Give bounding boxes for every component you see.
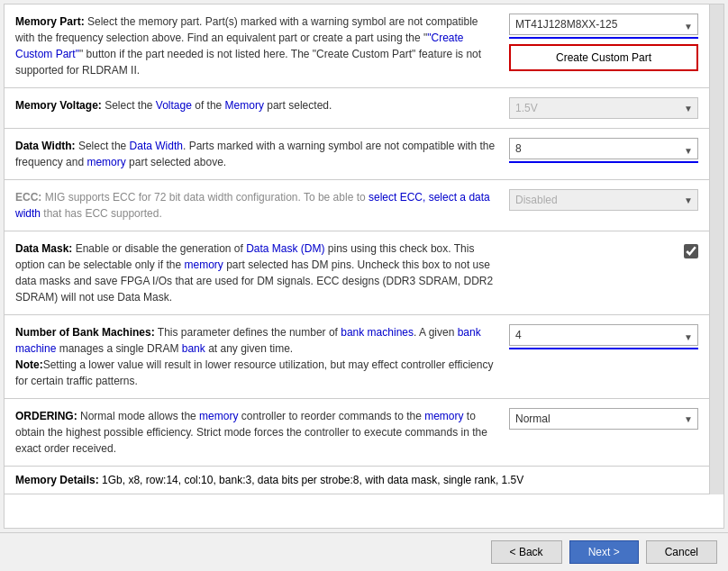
data-width-control: 8 ▼ [509, 138, 698, 163]
ecc-description: MIG supports ECC for 72 bit data width c… [15, 191, 490, 220]
next-button[interactable]: Next > [569, 540, 639, 564]
ordering-dropdown-wrapper: Normal Strict ▼ [509, 408, 698, 430]
bank-machines-control: 4 ▼ [509, 324, 698, 349]
memory-part-dropdown-wrapper: MT41J128M8XX-125 ▼ [509, 14, 698, 39]
bank-machines-dropdown-wrapper: 4 ▼ [509, 324, 698, 349]
data-mask-checkbox[interactable] [684, 244, 698, 258]
data-width-section: Data Width: Select the Data Width. Parts… [5, 129, 709, 180]
data-mask-description: Enable or disable the generation of Data… [15, 242, 493, 304]
memory-part-control: MT41J128M8XX-125 ▼ Create Custom Part [509, 14, 698, 71]
scroll-area: Memory Part: Select the memory part. Par… [5, 5, 709, 494]
ordering-text: ORDERING: Normal mode allows the memory … [15, 408, 498, 457]
data-mask-text: Data Mask: Enable or disable the generat… [15, 240, 498, 305]
data-width-text: Data Width: Select the Data Width. Parts… [15, 138, 498, 170]
create-custom-part-button[interactable]: Create Custom Part [509, 44, 698, 71]
ecc-text: ECC: MIG supports ECC for 72 bit data wi… [15, 189, 498, 222]
data-width-label: Data Width: [15, 140, 76, 152]
data-width-description: Select the Data Width. Parts marked with… [15, 140, 495, 168]
memory-details-bar: Memory Details: 1Gb, x8, row:14, col:10,… [5, 467, 709, 494]
memory-part-description: Select the memory part. Part(s) marked w… [15, 15, 481, 77]
ordering-section: ORDERING: Normal mode allows the memory … [5, 399, 709, 467]
memory-voltage-dropdown: 1.5V [509, 97, 698, 119]
ecc-control: Disabled ▼ [509, 189, 698, 211]
bank-machines-text: Number of Bank Machines: This parameter … [15, 324, 498, 389]
memory-part-section: Memory Part: Select the memory part. Par… [5, 5, 709, 88]
ordering-description: Normal mode allows the memory controller… [15, 410, 487, 455]
footer: < Back Next > Cancel [0, 532, 728, 571]
ecc-label: ECC: [15, 191, 41, 204]
memory-voltage-text: Memory Voltage: Select the Voltage of th… [15, 97, 498, 113]
memory-part-text: Memory Part: Select the memory part. Par… [15, 14, 498, 78]
memory-part-label: Memory Part: [15, 15, 85, 28]
data-width-dropdown[interactable]: 8 [509, 138, 698, 159]
memory-details-label: Memory Details: [15, 474, 99, 486]
memory-voltage-dropdown-wrapper: 1.5V ▼ [509, 97, 698, 119]
data-width-dropdown-wrapper: 8 ▼ [509, 138, 698, 163]
bank-machines-dropdown[interactable]: 4 [509, 324, 698, 346]
ordering-dropdown[interactable]: Normal Strict [509, 408, 698, 430]
memory-voltage-section: Memory Voltage: Select the Voltage of th… [5, 88, 709, 129]
back-button[interactable]: < Back [491, 540, 562, 564]
ecc-dropdown: Disabled [509, 189, 698, 211]
data-mask-section: Data Mask: Enable or disable the generat… [5, 231, 709, 315]
bank-machines-section: Number of Bank Machines: This parameter … [5, 315, 709, 399]
ecc-dropdown-wrapper: Disabled ▼ [509, 189, 698, 211]
ordering-control: Normal Strict ▼ [509, 408, 698, 430]
cancel-button[interactable]: Cancel [646, 540, 717, 564]
memory-part-dropdown[interactable]: MT41J128M8XX-125 [509, 14, 698, 35]
scrollbar[interactable] [709, 5, 723, 494]
main-container: Memory Part: Select the memory part. Par… [4, 4, 724, 529]
bank-machines-note: Note: [15, 358, 43, 371]
memory-details-value: 1Gb, x8, row:14, col:10, bank:3, data bi… [102, 474, 523, 486]
bank-machines-label: Number of Bank Machines: [15, 326, 155, 339]
data-mask-label: Data Mask: [15, 242, 72, 255]
memory-voltage-control: 1.5V ▼ [509, 97, 698, 119]
memory-voltage-label: Memory Voltage: [15, 99, 102, 112]
ecc-section: ECC: MIG supports ECC for 72 bit data wi… [5, 180, 709, 231]
ordering-label: ORDERING: [15, 410, 77, 422]
memory-voltage-description: Select the Voltage of the Memory part se… [102, 99, 332, 112]
bank-machines-note-text: Setting a lower value will result in low… [15, 358, 493, 387]
data-mask-control [509, 240, 698, 258]
